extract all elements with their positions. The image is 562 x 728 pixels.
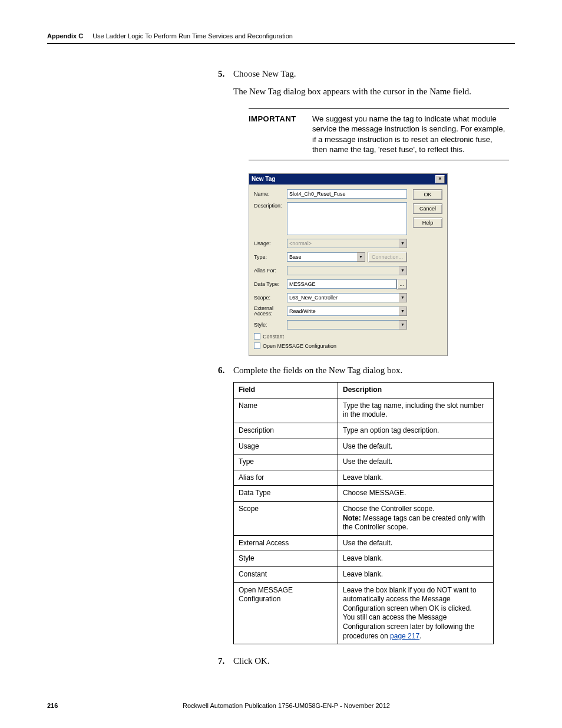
table-cell-field: Type xyxy=(234,454,338,470)
table-row: StyleLeave blank. xyxy=(234,551,494,567)
checkbox-icon[interactable] xyxy=(254,333,260,340)
name-field[interactable] xyxy=(287,189,407,199)
table-cell-desc: Leave blank. xyxy=(338,470,494,486)
constant-checkbox-label: Constant xyxy=(263,333,284,340)
type-field[interactable] xyxy=(287,252,357,262)
table-cell-field: Alias for xyxy=(234,470,338,486)
table-cell-desc: Leave the box blank if you do NOT want t… xyxy=(338,582,494,644)
header-appendix: Appendix C xyxy=(47,32,83,39)
cancel-button[interactable]: Cancel xyxy=(413,203,442,214)
step-7: Click OK. xyxy=(218,655,509,667)
table-cell-desc: Leave blank. xyxy=(338,551,494,567)
table-cell-field: Usage xyxy=(234,439,338,454)
style-field xyxy=(287,320,399,330)
table-row: External AccessUse the default. xyxy=(234,535,494,551)
table-row: ScopeChoose the Controller scope.Note: M… xyxy=(234,501,494,535)
field-description-table: Field Description NameType the tag name,… xyxy=(233,382,494,644)
table-cell-desc: Type the tag name, including the slot nu… xyxy=(338,398,494,423)
dialog-title: New Tag xyxy=(252,175,275,183)
page-footer: 216 Rockwell Automation Publication 1756… xyxy=(47,702,515,709)
table-cell-field: Constant xyxy=(234,566,338,582)
page-number: 216 xyxy=(47,702,183,709)
step-5-followup: The New Tag dialog box appears with the … xyxy=(233,85,509,97)
table-row: ConstantLeave blank. xyxy=(234,566,494,582)
close-icon[interactable]: × xyxy=(435,175,445,183)
chevron-down-icon: ▼ xyxy=(399,320,407,330)
aliasfor-field xyxy=(287,266,399,275)
label-description: Description: xyxy=(254,202,287,209)
header-rule xyxy=(47,43,515,44)
label-datatype: Data Type: xyxy=(254,281,287,288)
table-cell-desc: Use the default. xyxy=(338,454,494,470)
step-5: Choose New Tag. The New Tag dialog box a… xyxy=(218,68,509,356)
step-5-text: Choose New Tag. xyxy=(233,69,296,78)
table-header-desc: Description xyxy=(338,383,494,398)
table-cell-desc: Choose MESSAGE. xyxy=(338,486,494,502)
header-chapter: Use Ladder Logic To Perform Run Time Ser… xyxy=(92,32,293,39)
important-label: IMPORTANT xyxy=(249,114,300,155)
checkbox-icon[interactable] xyxy=(254,342,260,349)
usage-field xyxy=(287,239,399,248)
datatype-field[interactable] xyxy=(287,279,396,289)
publication-id: Rockwell Automation Publication 1756-UM0… xyxy=(183,702,515,709)
table-cell-desc: Choose the Controller scope.Note: Messag… xyxy=(338,501,494,535)
table-cell-field: Open MESSAGE Configuration xyxy=(234,582,338,644)
table-cell-field: Name xyxy=(234,398,338,423)
chevron-down-icon[interactable]: ▼ xyxy=(399,307,407,316)
datatype-browse-button[interactable]: ... xyxy=(396,279,407,289)
chevron-down-icon[interactable]: ▼ xyxy=(357,252,365,262)
table-row: UsageUse the default. xyxy=(234,439,494,454)
label-name: Name: xyxy=(254,190,287,197)
chevron-down-icon[interactable]: ▼ xyxy=(399,293,407,302)
table-row: Data TypeChoose MESSAGE. xyxy=(234,486,494,502)
table-cell-desc: Leave blank. xyxy=(338,566,494,582)
table-cell-desc: Type an option tag description. xyxy=(338,423,494,439)
table-row: DescriptionType an option tag descriptio… xyxy=(234,423,494,439)
openmsg-checkbox-label: Open MESSAGE Configuration xyxy=(263,342,336,350)
important-body: We suggest you name the tag to indicate … xyxy=(312,114,507,155)
connection-button: Connection... xyxy=(368,252,407,262)
table-cell-field: Style xyxy=(234,551,338,567)
chevron-down-icon: ▼ xyxy=(399,266,407,275)
chevron-down-icon: ▼ xyxy=(399,239,407,248)
label-usage: Usage: xyxy=(254,240,287,247)
label-style: Style: xyxy=(254,321,287,328)
step-7-text: Click OK. xyxy=(233,656,270,666)
openmsg-checkbox-row[interactable]: Open MESSAGE Configuration xyxy=(254,342,407,350)
new-tag-dialog: New Tag × Name: Description: xyxy=(249,173,448,356)
label-externalaccess: External Access: xyxy=(254,306,287,317)
table-row: TypeUse the default. xyxy=(234,454,494,470)
table-cell-field: External Access xyxy=(234,535,338,551)
description-field[interactable] xyxy=(287,202,407,235)
important-callout: IMPORTANT We suggest you name the tag to… xyxy=(249,108,509,160)
scope-field[interactable] xyxy=(287,293,399,302)
table-cell-desc: Use the default. xyxy=(338,535,494,551)
running-header: Appendix C Use Ladder Logic To Perform R… xyxy=(47,32,515,39)
ok-button[interactable]: OK xyxy=(413,189,442,200)
dialog-titlebar: New Tag × xyxy=(249,174,447,185)
label-scope: Scope: xyxy=(254,294,287,301)
table-cell-field: Data Type xyxy=(234,486,338,502)
label-type: Type: xyxy=(254,253,287,261)
step-6: Complete the fields on the New Tag dialo… xyxy=(218,364,509,644)
table-row: NameType the tag name, including the slo… xyxy=(234,398,494,423)
table-row: Open MESSAGE ConfigurationLeave the box … xyxy=(234,582,494,644)
table-row: Alias forLeave blank. xyxy=(234,470,494,486)
externalaccess-field[interactable] xyxy=(287,307,399,316)
table-cell-field: Description xyxy=(234,423,338,439)
help-button[interactable]: Help xyxy=(413,218,442,228)
table-cell-desc: Use the default. xyxy=(338,439,494,454)
label-aliasfor: Alias For: xyxy=(254,267,287,274)
step-6-text: Complete the fields on the New Tag dialo… xyxy=(233,365,402,375)
table-header-field: Field xyxy=(234,383,338,398)
constant-checkbox-row[interactable]: Constant xyxy=(254,333,407,340)
table-cell-field: Scope xyxy=(234,501,338,535)
